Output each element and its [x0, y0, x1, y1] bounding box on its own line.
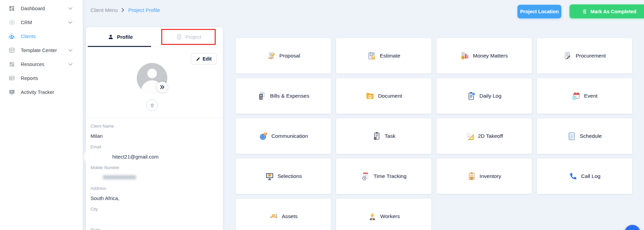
dashboard-icon: [8, 5, 15, 12]
module-label-selections: Selections: [278, 173, 302, 179]
chevron-right-icon: [121, 8, 125, 12]
module-label-time-tracking: Time Tracking: [374, 173, 407, 179]
client-profile-card: Profile Project Edit Client NameMilanEma…: [86, 27, 223, 230]
procurement-icon: [563, 51, 572, 61]
module-card-inventory[interactable]: Inventory: [436, 159, 532, 194]
schedule-icon: [567, 132, 576, 141]
sidebar-item-reports[interactable]: Reports: [0, 71, 83, 85]
person-icon: [108, 34, 114, 40]
edit-button[interactable]: Edit: [191, 53, 217, 65]
module-label-proposal: Proposal: [279, 53, 300, 59]
module-card-estimate[interactable]: Estimate: [336, 38, 431, 73]
estimate-icon: [367, 51, 376, 61]
module-card-daily-log[interactable]: Daily Log: [436, 78, 532, 114]
module-label-call-log: Call Log: [581, 173, 600, 179]
takeoff-icon: [465, 132, 475, 141]
module-card-assets[interactable]: Assets: [236, 199, 331, 230]
field-label-city: City: [90, 207, 218, 212]
field-value-mobile-number: [90, 175, 218, 181]
module-label-document: Document: [378, 93, 402, 99]
module-label-bills-expenses: Bills & Expenses: [270, 93, 309, 99]
field-value-address: South Africa,: [90, 195, 218, 201]
breadcrumb-client-menu[interactable]: Client Menu: [90, 7, 118, 13]
field-value-city: [90, 216, 218, 222]
project-modules-grid: ProposalEstimateMoney MattersProcurement…: [236, 38, 632, 230]
redacted-value: [103, 175, 136, 179]
tab-project[interactable]: Project: [154, 27, 223, 47]
field-value-email: hitect21@gmail.com: [90, 154, 218, 160]
module-card-event[interactable]: Event: [537, 78, 632, 114]
module-label-daily-log: Daily Log: [479, 93, 501, 99]
chevron-down-icon: [68, 49, 72, 52]
module-card-money-matters[interactable]: Money Matters: [436, 38, 532, 73]
field-label-email: Email: [90, 145, 218, 149]
client-fields: Client NameMilanEmailhitect21@gmail.comM…: [90, 124, 218, 230]
chevron-down-icon: [68, 63, 72, 66]
module-card-call-log[interactable]: Call Log: [537, 159, 632, 194]
redaction-blur: [84, 151, 111, 162]
module-card-communication[interactable]: Communication: [236, 118, 331, 154]
tab-profile-label: Profile: [117, 34, 133, 40]
sidebar-item-label: Template Center: [21, 48, 57, 53]
field-label-address: Address: [90, 186, 218, 191]
workers-icon: [368, 212, 377, 221]
crm-icon: [8, 19, 15, 26]
field-label-state: State: [90, 228, 218, 230]
project-doc-icon: [176, 34, 182, 40]
module-label-task: Task: [385, 133, 396, 139]
module-card-document[interactable]: Document: [336, 78, 431, 114]
module-card-workers[interactable]: Workers: [336, 199, 431, 230]
sidebar-item-resources[interactable]: Resources: [0, 57, 83, 71]
module-label-2d-takeoff: 2D Takeoff: [478, 133, 503, 139]
sidebar-item-crm[interactable]: CRM: [0, 15, 83, 29]
mark-as-completed-button[interactable]: Mark As Completed: [569, 4, 644, 18]
module-label-procurement: Procurement: [576, 53, 606, 59]
module-card-task[interactable]: Task: [336, 118, 431, 154]
event-icon: [572, 92, 581, 101]
module-card-bills-expenses[interactable]: Bills & Expenses: [236, 78, 331, 114]
module-label-estimate: Estimate: [380, 53, 400, 59]
sidebar-item-dashboard[interactable]: Dashboard: [0, 1, 83, 15]
tab-profile[interactable]: Profile: [86, 27, 154, 47]
module-card-procurement[interactable]: Procurement: [537, 38, 632, 73]
module-card-selections[interactable]: Selections: [236, 159, 331, 194]
profile-tabs: Profile Project: [86, 27, 223, 47]
module-card-proposal[interactable]: Proposal: [236, 38, 331, 73]
module-label-workers: Workers: [380, 213, 400, 219]
sidebar-item-activity-tracker[interactable]: Activity Tracker: [0, 85, 83, 99]
module-label-assets: Assets: [282, 213, 298, 219]
medal-icon: [582, 9, 588, 14]
double-chevron-right-icon: [160, 85, 165, 89]
inventory-icon: [467, 172, 476, 181]
project-location-button[interactable]: Project Location: [517, 5, 561, 18]
daily-log-icon: [467, 92, 476, 101]
field-label-mobile-number: Mobile Number: [90, 165, 218, 170]
avatar-delete-button[interactable]: [146, 99, 158, 111]
module-card-schedule[interactable]: Schedule: [537, 118, 632, 154]
sidebar-item-template-center[interactable]: Template Center: [0, 43, 83, 57]
edit-label: Edit: [203, 56, 212, 62]
avatar-expand-button[interactable]: [157, 82, 168, 93]
selections-icon: [265, 172, 274, 181]
tab-project-label: Project: [185, 34, 201, 40]
module-label-money-matters: Money Matters: [473, 53, 508, 59]
time-tracking-icon: [361, 172, 370, 181]
module-label-event: Event: [584, 93, 598, 99]
module-label-communication: Communication: [271, 133, 308, 139]
divider: [86, 117, 223, 118]
resources-icon: [8, 61, 15, 68]
pencil-icon: [196, 57, 200, 61]
module-card-2d-takeoff[interactable]: 2D Takeoff: [436, 118, 532, 154]
sidebar-item-label: Dashboard: [21, 6, 45, 11]
chevron-down-icon: [68, 21, 72, 24]
module-card-time-tracking[interactable]: Time Tracking: [336, 159, 431, 194]
sidebar-item-clients[interactable]: Clients: [0, 29, 83, 43]
sidebar-item-label: Clients: [21, 34, 36, 39]
call-log-icon: [568, 172, 578, 181]
document-icon: [365, 92, 375, 101]
sidebar-item-label: CRM: [21, 20, 32, 25]
app: { "sidebar": { "items": [ { "id": "dashb…: [0, 0, 644, 230]
field-label-client-name: Client Name: [90, 124, 218, 129]
chevron-down-icon: [68, 7, 72, 10]
clients-icon: [8, 33, 15, 40]
